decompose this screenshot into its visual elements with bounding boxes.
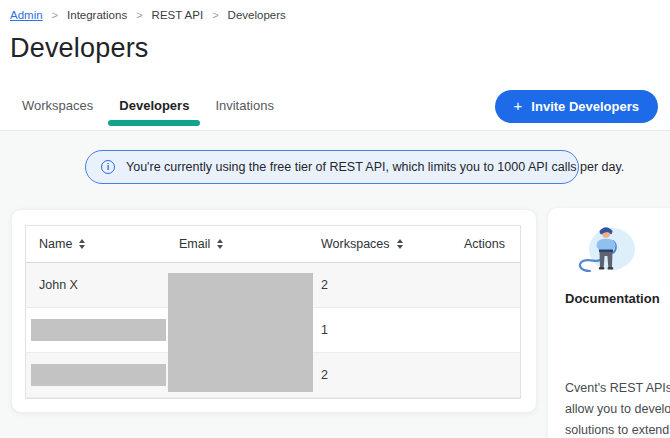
page-header: Admin > Integrations > REST API > Develo… <box>0 0 670 131</box>
breadcrumb-item-admin[interactable]: Admin <box>10 9 43 21</box>
tab-bar: Workspaces Developers Invitations <box>22 96 274 129</box>
column-header-email[interactable]: Email <box>166 237 308 251</box>
breadcrumb: Admin > Integrations > REST API > Develo… <box>10 9 286 21</box>
tab-invitations[interactable]: Invitations <box>215 96 274 129</box>
free-tier-info-banner: i You're currently using the free tier o… <box>85 150 579 184</box>
documentation-title: Documentation <box>565 291 670 306</box>
redacted-email-block <box>168 273 313 392</box>
redacted-name-block <box>31 364 166 386</box>
breadcrumb-item-integrations[interactable]: Integrations <box>67 9 127 21</box>
workspaces-cell: 2 <box>308 278 448 292</box>
tab-developers[interactable]: Developers <box>119 96 189 129</box>
info-circle-icon: i <box>101 160 115 174</box>
column-header-workspaces[interactable]: Workspaces <box>308 237 448 251</box>
invite-developers-button[interactable]: + Invite Developers <box>495 90 658 123</box>
invite-developers-label: Invite Developers <box>531 99 639 114</box>
tab-workspaces[interactable]: Workspaces <box>22 96 93 129</box>
breadcrumb-separator: > <box>52 9 58 21</box>
column-header-name[interactable]: Name <box>26 237 166 251</box>
documentation-description: Cvent's REST APIs allow you to develop s… <box>565 378 670 438</box>
name-cell: John X <box>26 278 166 292</box>
developers-table-card: Name Email Workspaces Actions John X <box>11 209 537 413</box>
sort-icon <box>79 239 85 250</box>
documentation-card[interactable]: Documentation Cvent's REST APIs allow yo… <box>548 208 670 438</box>
banner-text: You're currently using the free tier of … <box>126 160 624 174</box>
breadcrumb-separator: > <box>136 9 142 21</box>
developers-table: Name Email Workspaces Actions John X <box>25 225 521 399</box>
content-area: i You're currently using the free tier o… <box>0 131 670 438</box>
workspaces-cell: 2 <box>308 368 448 382</box>
plus-icon: + <box>514 98 523 113</box>
name-cell <box>26 319 166 341</box>
column-header-actions: Actions <box>448 237 520 251</box>
breadcrumb-item-developers: Developers <box>228 9 286 21</box>
breadcrumb-item-rest-api[interactable]: REST API <box>152 9 204 21</box>
redacted-name-block <box>31 319 166 341</box>
name-cell <box>26 364 166 386</box>
person-holding-cable-illustration <box>575 222 639 276</box>
table-header-row: Name Email Workspaces Actions <box>26 226 520 263</box>
page-title: Developers <box>10 33 149 64</box>
breadcrumb-separator: > <box>212 9 218 21</box>
sort-icon <box>217 239 223 250</box>
workspaces-cell: 1 <box>308 323 448 337</box>
sort-icon <box>397 239 403 250</box>
